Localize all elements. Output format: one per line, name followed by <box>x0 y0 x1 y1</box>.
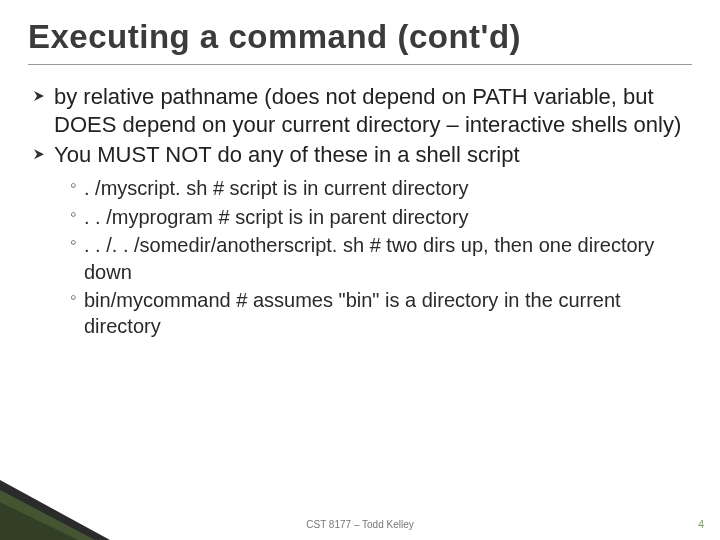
sub-item: . /myscript. sh # script is in current d… <box>70 175 692 201</box>
corner-decoration <box>0 480 110 540</box>
sub-item: . . /. . /somedir/anotherscript. sh # tw… <box>70 232 692 285</box>
footer-text: CST 8177 – Todd Kelley <box>306 519 413 530</box>
bullet-item: by relative pathname (does not depend on… <box>34 83 692 139</box>
sub-item: . . /myprogram # script is in parent dir… <box>70 204 692 230</box>
sub-list: . /myscript. sh # script is in current d… <box>34 175 692 339</box>
sub-item: bin/mycommand # assumes "bin" is a direc… <box>70 287 692 340</box>
slide-title: Executing a command (cont'd) <box>28 18 692 56</box>
main-list: by relative pathname (does not depend on… <box>34 83 692 169</box>
slide: Executing a command (cont'd) by relative… <box>0 0 720 540</box>
page-number: 4 <box>698 518 704 530</box>
content-area: by relative pathname (does not depend on… <box>28 83 692 340</box>
bullet-item: You MUST NOT do any of these in a shell … <box>34 141 692 169</box>
title-underline <box>28 64 692 65</box>
